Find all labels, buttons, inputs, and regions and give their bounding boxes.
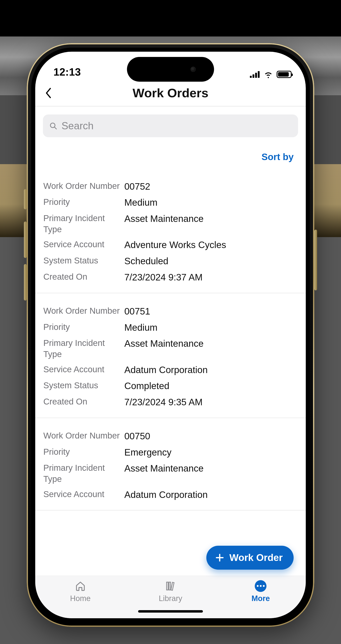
field-label: Priority [43,196,124,209]
page-title: Work Orders [35,86,306,100]
field-label: System Status [43,255,124,267]
incident-type-value: Asset Maintenance [124,462,204,484]
system-status-value: Completed [124,380,169,392]
field-label: Work Order Number [43,180,124,193]
more-icon [255,580,267,592]
priority-value: Medium [124,322,158,334]
work-order-card[interactable]: Work Order Number00751 PriorityMedium Pr… [35,293,306,418]
svg-rect-5 [169,582,171,590]
field-label: Created On [43,271,124,284]
dynamic-island [127,57,214,82]
work-order-number: 00750 [124,430,150,442]
field-label: Primary Incident Type [43,213,124,235]
field-label: Work Order Number [43,430,124,442]
work-order-list[interactable]: Work Order Number00752 PriorityMedium Pr… [35,168,306,576]
library-icon [165,580,176,592]
back-button[interactable] [35,80,55,106]
field-label: Primary Incident Type [43,462,124,484]
field-label: Work Order Number [43,306,124,318]
chevron-left-icon [45,88,51,98]
priority-value: Emergency [124,446,172,458]
work-order-card[interactable]: Work Order Number00750 PriorityEmergency… [35,418,306,511]
tab-label: Library [159,594,182,603]
plus-icon [215,553,225,562]
field-label: Service Account [43,489,124,501]
priority-value: Medium [124,196,158,209]
volume-down-button [24,264,27,300]
battery-icon [277,71,292,78]
incident-type-value: Asset Maintenance [124,338,204,360]
home-indicator[interactable] [138,610,203,612]
bg-band [0,0,341,36]
field-label: Primary Incident Type [43,338,124,360]
status-icons [250,71,292,78]
field-label: Service Account [43,364,124,376]
work-order-card[interactable]: Work Order Number00752 PriorityMedium Pr… [35,168,306,293]
phone-bezel: 12:13 [31,48,310,622]
incident-type-value: Asset Maintenance [124,213,204,235]
tab-label: More [252,594,270,603]
search-field[interactable] [43,114,298,137]
work-order-number: 00752 [124,180,150,193]
field-label: Priority [43,446,124,458]
service-account-value: Adventure Works Cycles [124,239,226,251]
wifi-icon [264,71,273,78]
tab-label: Home [70,594,90,603]
created-on-value: 7/23/2024 9:37 AM [124,271,203,284]
svg-rect-4 [167,582,168,590]
tab-more[interactable]: More [216,580,306,618]
new-work-order-button[interactable]: Work Order [206,546,294,570]
search-input[interactable] [61,120,292,132]
service-account-value: Adatum Corporation [124,489,208,501]
stage: 12:13 [0,0,341,644]
status-time: 12:13 [53,66,81,78]
field-label: Created On [43,396,124,408]
sort-button[interactable]: Sort by [262,151,294,162]
sort-row: Sort by [35,137,306,168]
svg-rect-6 [171,582,174,590]
nav-header: Work Orders [35,80,306,106]
work-order-number: 00751 [124,306,150,318]
phone-frame: 12:13 [27,43,314,627]
mute-switch [24,189,27,209]
svg-line-1 [54,127,56,129]
search-container [35,106,306,137]
fab-label: Work Order [229,552,283,563]
system-status-value: Scheduled [124,255,168,267]
screen: 12:13 [35,52,306,618]
volume-up-button [24,222,27,258]
home-icon [74,580,86,592]
field-label: Priority [43,322,124,334]
field-label: Service Account [43,239,124,251]
cellular-icon [250,71,260,78]
search-icon [49,122,57,130]
field-label: System Status [43,380,124,392]
created-on-value: 7/23/2024 9:35 AM [124,396,203,408]
service-account-value: Adatum Corporation [124,364,208,376]
power-button [314,230,317,290]
tab-home[interactable]: Home [35,580,125,618]
